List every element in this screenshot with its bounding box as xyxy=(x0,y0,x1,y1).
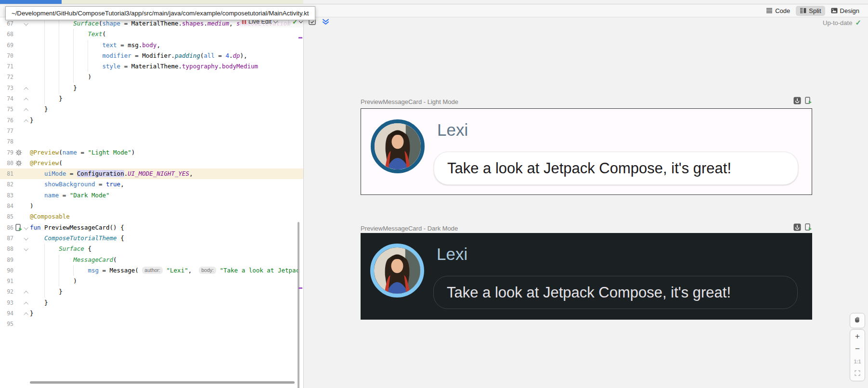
preview-title-light: PreviewMessageCard - Light Mode xyxy=(361,98,793,105)
line-number: 83 xyxy=(0,190,13,201)
gear-icon[interactable] xyxy=(15,149,24,156)
code-line[interactable]: 76} xyxy=(0,115,303,126)
check-icon: ✓ xyxy=(855,18,861,27)
preview-panel-header-light: PreviewMessageCard - Light Mode xyxy=(361,96,812,107)
code-text: showBackground = true, xyxy=(30,179,298,190)
message-author: Lexi xyxy=(437,120,468,140)
split-view-label: Split xyxy=(809,7,821,14)
design-view-button[interactable]: Design xyxy=(827,6,863,16)
code-view-button[interactable]: Code xyxy=(762,6,794,16)
vertical-scrollbar[interactable] xyxy=(298,222,299,388)
code-text: style = MaterialTheme.typography.bodyMed… xyxy=(30,61,298,72)
zoom-in-button[interactable]: + xyxy=(850,332,865,340)
code-line[interactable]: 85@Composable xyxy=(0,211,303,222)
split-view-button[interactable]: Split xyxy=(796,6,825,16)
code-line[interactable]: 73} xyxy=(0,83,303,93)
code-line[interactable]: 74} xyxy=(0,93,303,104)
fold-marker-icon[interactable] xyxy=(25,22,28,26)
code-line[interactable]: 84) xyxy=(0,201,303,211)
code-text: @Composable xyxy=(30,211,298,222)
code-text: } xyxy=(30,93,298,104)
interactive-preview-icon[interactable] xyxy=(793,223,801,233)
preview-title-dark: PreviewMessageCard - Dark Mode xyxy=(361,225,793,232)
line-number: 81 xyxy=(0,168,13,179)
build-refresh-button[interactable] xyxy=(322,17,330,27)
gear-icon[interactable] xyxy=(15,159,24,167)
code-line[interactable]: 69text = msg.body, xyxy=(0,40,303,51)
fold-marker-icon[interactable] xyxy=(25,237,28,241)
code-text: MessageCard( xyxy=(30,255,298,265)
run-preview-icon[interactable] xyxy=(805,97,812,106)
code-line[interactable]: 95 xyxy=(0,319,303,329)
code-line[interactable]: 83name = "Dark Mode" xyxy=(0,190,303,201)
code-line[interactable]: 90msg = Message( author: "Lexi", body: "… xyxy=(0,265,303,276)
error-stripe-mark[interactable] xyxy=(298,287,302,289)
fold-marker-icon[interactable] xyxy=(25,119,28,123)
build-refresh-icon xyxy=(322,19,330,27)
code-line[interactable]: 79@Preview(name = "Light Mode") xyxy=(0,147,303,158)
horizontal-scrollbar[interactable] xyxy=(30,381,295,384)
pan-tool-button[interactable] xyxy=(850,313,865,328)
message-bubble: Take a look at Jetpack Compose, it's gre… xyxy=(434,152,798,185)
line-number: 79 xyxy=(0,147,13,158)
fold-marker-icon[interactable] xyxy=(25,108,28,112)
code-text: uiMode = Configuration.UI_MODE_NIGHT_YES… xyxy=(30,168,298,179)
code-text: msg = Message( author: "Lexi", body: "Ta… xyxy=(30,265,298,276)
code-text: name = "Dark Mode" xyxy=(30,190,298,201)
fold-marker-icon[interactable] xyxy=(25,87,28,91)
up-to-date-label: Up-to-date xyxy=(823,19,852,26)
line-number: 69 xyxy=(0,40,13,51)
code-line[interactable]: 89MessageCard( xyxy=(0,255,303,265)
line-number: 73 xyxy=(0,83,13,93)
code-line[interactable]: 91) xyxy=(0,276,303,286)
fold-marker-icon[interactable] xyxy=(25,247,28,251)
code-line[interactable]: 81uiMode = Configuration.UI_MODE_NIGHT_Y… xyxy=(0,168,303,179)
code-line[interactable]: 94} xyxy=(0,308,303,319)
line-number: 70 xyxy=(0,51,13,61)
run-preview-icon[interactable] xyxy=(805,223,812,233)
interactive-preview-icon[interactable] xyxy=(793,97,801,106)
code-line[interactable]: 77 xyxy=(0,126,303,136)
code-text: } xyxy=(30,308,298,319)
error-stripe-mark[interactable] xyxy=(298,37,302,39)
code-line[interactable]: 70modifier = Modifier.padding(all = 4.dp… xyxy=(0,51,303,61)
code-text: text = msg.body, xyxy=(30,40,298,51)
avatar xyxy=(371,119,425,173)
zoom-to-fit-button[interactable] xyxy=(850,370,865,378)
code-line[interactable]: 80@Preview( xyxy=(0,158,303,168)
code-text: } xyxy=(30,104,298,115)
tab-strip-highlight xyxy=(62,0,303,4)
code-text: ) xyxy=(30,276,298,286)
code-line[interactable]: 75} xyxy=(0,104,303,115)
fold-marker-icon[interactable] xyxy=(25,226,28,230)
fold-marker-icon[interactable] xyxy=(25,97,28,101)
code-line[interactable]: 93} xyxy=(0,297,303,308)
zoom-out-button[interactable]: − xyxy=(850,345,865,353)
active-tab-indicator[interactable] xyxy=(0,0,62,4)
run-icon[interactable] xyxy=(15,224,24,232)
code-line[interactable]: 92} xyxy=(0,286,303,297)
code-line[interactable]: 78 xyxy=(0,136,303,147)
file-path-tooltip: ~/Development/GitHub/ComposeTutorial3/ap… xyxy=(5,6,315,20)
code-line[interactable]: 71style = MaterialTheme.typography.bodyM… xyxy=(0,61,303,72)
zoom-actual-size-button[interactable]: 1:1 xyxy=(850,358,865,366)
preview-card-dark[interactable]: Lexi Take a look at Jetpack Compose, it'… xyxy=(361,233,812,320)
fold-marker-icon[interactable] xyxy=(25,301,28,305)
code-text xyxy=(30,136,298,147)
preview-card-light[interactable]: Lexi Take a look at Jetpack Compose, it'… xyxy=(361,108,812,195)
code-line[interactable]: 88Surface { xyxy=(0,244,303,254)
line-number: 74 xyxy=(0,93,13,104)
code-line[interactable]: 68Text( xyxy=(0,29,303,39)
message-author: Lexi xyxy=(437,245,467,264)
code-line[interactable]: 82showBackground = true, xyxy=(0,179,303,190)
code-line[interactable]: 86fun PreviewMessageCard() { xyxy=(0,222,303,233)
line-number: 88 xyxy=(0,244,13,254)
code-line[interactable]: 72) xyxy=(0,72,303,82)
fold-marker-icon[interactable] xyxy=(25,312,28,316)
code-editor[interactable]: 67Surface(shape = MaterialTheme.shapes.m… xyxy=(0,17,303,388)
line-number: 75 xyxy=(0,104,13,115)
code-line[interactable]: 87ComposeTutorialTheme { xyxy=(0,233,303,244)
line-number: 85 xyxy=(0,211,13,222)
line-number: 87 xyxy=(0,233,13,244)
fold-marker-icon[interactable] xyxy=(25,290,28,294)
